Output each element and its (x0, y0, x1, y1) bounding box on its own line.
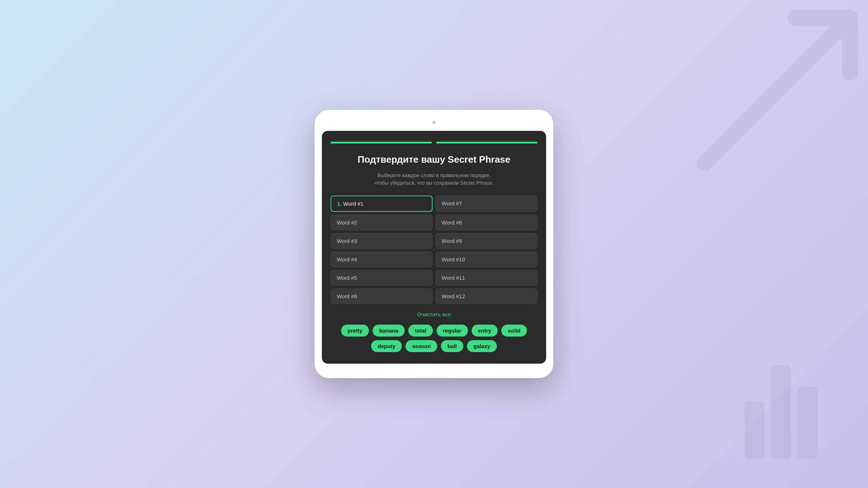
word-slot-6[interactable]: Word #6 (331, 288, 433, 304)
chip-entry[interactable]: entry (472, 325, 498, 337)
word-slot-11[interactable]: Word #11 (435, 270, 537, 286)
word-slot-6-label: Word #6 (337, 293, 357, 299)
word-slot-8-label: Word #8 (442, 219, 462, 226)
chip-ball[interactable]: ball (441, 340, 463, 352)
word-slot-4-label: Word #4 (337, 256, 357, 262)
chip-regular[interactable]: regular (437, 325, 468, 337)
word-slot-7-label: Word #7 (442, 200, 462, 206)
word-slot-9-label: Word #9 (442, 238, 462, 244)
tablet-camera (432, 121, 436, 124)
bg-arrow-decoration (687, 0, 868, 181)
word-slot-grid: 1. Word #1 Word #7 Word #2 Word #8 Word … (331, 196, 537, 304)
chip-solid[interactable]: solid (501, 325, 527, 337)
word-slot-3[interactable]: Word #3 (331, 233, 433, 249)
page-title: Подтвердите вашу Secret Phrase (358, 154, 511, 166)
tablet-device: Подтвердите вашу Secret Phrase Выберите … (315, 110, 553, 378)
word-slot-5-label: Word #5 (337, 275, 357, 281)
progress-bar-row (331, 142, 537, 144)
word-chips-container: pretty banana total regular entry solid … (331, 325, 537, 352)
word-slot-8[interactable]: Word #8 (435, 215, 537, 230)
word-slot-3-label: Word #3 (337, 238, 357, 244)
word-slot-10-label: Word #10 (442, 256, 465, 262)
word-slot-11-label: Word #11 (442, 275, 465, 281)
word-slot-1[interactable]: 1. Word #1 (331, 196, 433, 212)
chip-galaxy[interactable]: galaxy (467, 340, 497, 352)
word-slot-5[interactable]: Word #5 (331, 270, 433, 286)
word-slot-2[interactable]: Word #2 (331, 215, 433, 230)
app-screen: Подтвердите вашу Secret Phrase Выберите … (322, 131, 546, 364)
progress-bar-2 (436, 142, 537, 144)
word-slot-4[interactable]: Word #4 (331, 252, 433, 267)
word-slot-7[interactable]: Word #7 (435, 196, 537, 212)
chip-season[interactable]: season (405, 340, 437, 352)
chip-total[interactable]: total (408, 325, 433, 337)
clear-all-button[interactable]: Очистить все (417, 311, 451, 317)
progress-bar-1 (331, 142, 432, 144)
word-slot-1-label: 1. Word #1 (337, 201, 363, 207)
chip-deputy[interactable]: deputy (371, 340, 402, 352)
page-subtitle: Выберите каждое слово в правильном поряд… (374, 172, 494, 187)
word-slot-2-label: Word #2 (337, 219, 357, 226)
word-slot-12-label: Word #12 (442, 293, 465, 299)
word-slot-9[interactable]: Word #9 (435, 233, 537, 249)
chip-pretty[interactable]: pretty (341, 325, 369, 337)
word-slot-12[interactable]: Word #12 (435, 288, 537, 304)
bg-bar-chart-decoration (745, 365, 817, 459)
chip-banana[interactable]: banana (373, 325, 405, 337)
word-slot-10[interactable]: Word #10 (435, 252, 537, 267)
